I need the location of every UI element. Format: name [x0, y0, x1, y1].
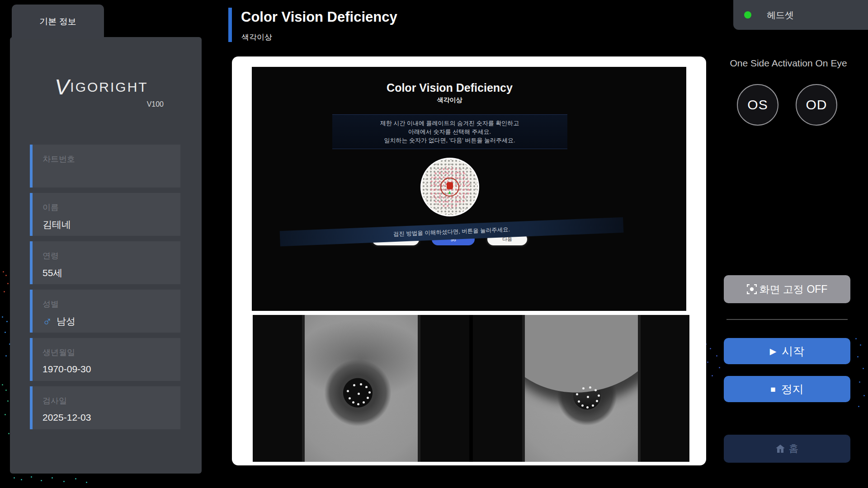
vr-instruction-line: 제한 시간 이내에 플레이트의 숨겨진 숫자를 확인하고	[332, 119, 567, 127]
birthdate-field[interactable]: 생년월일 1970-09-30	[30, 338, 180, 381]
age-value: 55세	[42, 267, 172, 279]
od-button[interactable]: OD	[796, 84, 837, 126]
particle-background	[2, 316, 3, 318]
tab-basic-info-label: 기본 정보	[39, 16, 76, 28]
age-label: 연령	[42, 250, 172, 261]
gaze-cursor-core	[447, 182, 453, 189]
home-button-label: 홈	[789, 442, 799, 455]
stop-button[interactable]: ■ 정지	[724, 376, 850, 402]
brand-model-label: V100	[27, 100, 164, 108]
birthdate-label: 생년월일	[42, 347, 172, 358]
left-eye-camera	[253, 315, 469, 462]
start-button-label: 시작	[782, 344, 804, 359]
particle-background	[3, 271, 4, 272]
brand-logo-text: VIGORIGHT	[27, 75, 176, 99]
vr-test-title: Color Vision Deficiency	[387, 81, 513, 94]
vr-mirror-view: Color Vision Deficiency 색각이상 제한 시간 이내에 플…	[252, 67, 686, 311]
header-accent-bar	[228, 8, 232, 42]
name-field[interactable]: 이름 김테네	[30, 193, 180, 236]
particle-background	[855, 338, 857, 339]
ishihara-plate: ▲	[422, 159, 478, 215]
age-field[interactable]: 연령 55세	[30, 241, 180, 284]
os-button[interactable]: OS	[737, 84, 778, 126]
right-eye-image	[522, 315, 641, 462]
brand-logo: VIGORIGHT V100	[27, 75, 176, 108]
gender-value: 남성	[57, 315, 75, 328]
gender-field[interactable]: 성별 ♂ 남성	[30, 290, 180, 333]
exam-date-label: 검사일	[42, 395, 172, 406]
home-icon	[776, 445, 785, 453]
gaze-arrow-icon: ▲	[447, 190, 452, 195]
tab-basic-info[interactable]: 기본 정보	[12, 5, 104, 39]
chart-number-field[interactable]: 차트번호	[30, 145, 180, 188]
ir-glints	[358, 393, 360, 395]
stop-icon: ■	[770, 385, 775, 394]
male-icon: ♂	[42, 317, 52, 326]
exam-date-value: 2025-12-03	[42, 412, 172, 423]
play-icon: ▶	[770, 347, 777, 356]
chart-number-label: 차트번호	[42, 154, 172, 164]
eyelid-overlay	[522, 315, 641, 413]
right-eye-camera	[473, 315, 689, 462]
brand-logo-initial: V	[53, 75, 73, 99]
particle-background	[14, 477, 15, 479]
birthdate-value: 1970-09-30	[42, 363, 172, 375]
app: 기본 정보 VIGORIGHT V100 차트번호 이름 김테네 연령 55세 …	[0, 0, 868, 488]
eye-camera-feeds	[253, 315, 689, 462]
controls-divider	[726, 319, 848, 320]
vr-instructions: 제한 시간 이내에 플레이트의 숨겨진 숫자를 확인하고 아래에서 숫자를 선택…	[332, 114, 567, 149]
gaze-cursor: ▲	[440, 178, 459, 197]
home-button[interactable]: 홈	[724, 435, 850, 463]
screen-lock-focus-icon	[747, 284, 757, 294]
vr-instruction-line: 아래에서 숫자를 선택해 주세요.	[332, 127, 567, 136]
name-value: 김테네	[42, 218, 172, 231]
screen-lock-button[interactable]: 화면 고정 OFF	[724, 275, 850, 303]
exam-date-field[interactable]: 검사일 2025-12-03	[30, 386, 180, 429]
headset-status-dot	[744, 11, 751, 19]
vr-test-subtitle: 색각이상	[437, 96, 462, 104]
name-label: 이름	[42, 202, 172, 213]
vr-instruction-line: 일치하는 숫자가 없다면, '다음' 버튼을 눌러주세요.	[332, 136, 567, 145]
page-title: Color Vision Deficiency	[241, 9, 397, 25]
left-eye-image	[302, 315, 420, 462]
stop-button-label: 정지	[781, 382, 804, 397]
particle-background	[2, 384, 3, 385]
page-subtitle: 색각이상	[241, 32, 272, 42]
headset-status-label: 헤드셋	[767, 9, 794, 21]
ir-glints	[587, 396, 589, 398]
od-button-label: OD	[806, 97, 827, 113]
screen-lock-label: 화면 고정 OFF	[760, 282, 828, 296]
eye-activation-title: One Side Activation On Eye	[722, 58, 855, 69]
chart-number-value	[42, 170, 172, 182]
os-button-label: OS	[747, 97, 768, 113]
main-display-panel: Color Vision Deficiency 색각이상 제한 시간 이내에 플…	[232, 56, 706, 465]
gender-label: 성별	[42, 299, 172, 310]
start-button[interactable]: ▶ 시작	[724, 338, 850, 364]
headset-status-chip: 헤드셋	[733, 0, 868, 30]
